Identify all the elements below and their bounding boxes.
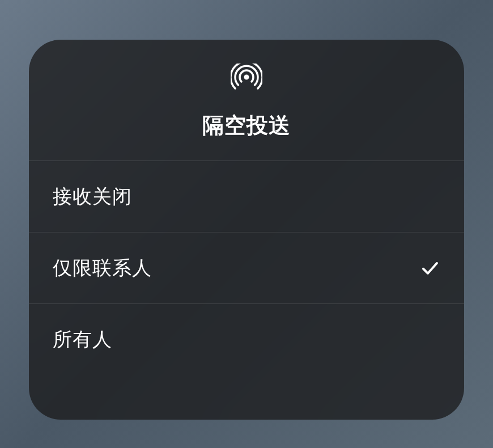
option-contacts-only[interactable]: 仅限联系人: [29, 233, 464, 304]
checkmark-icon: [420, 258, 440, 278]
panel-header: 隔空投送: [29, 40, 464, 161]
airdrop-icon: [231, 64, 262, 95]
airdrop-settings-panel: 隔空投送 接收关闭 仅限联系人 所有人: [29, 40, 464, 420]
option-label: 接收关闭: [53, 184, 132, 210]
option-receiving-off[interactable]: 接收关闭: [29, 161, 464, 233]
panel-title: 隔空投送: [202, 111, 291, 140]
options-list: 接收关闭 仅限联系人 所有人: [29, 161, 464, 375]
svg-point-0: [244, 75, 249, 80]
option-label: 所有人: [53, 327, 112, 353]
option-label: 仅限联系人: [53, 255, 152, 281]
option-everyone[interactable]: 所有人: [29, 304, 464, 375]
